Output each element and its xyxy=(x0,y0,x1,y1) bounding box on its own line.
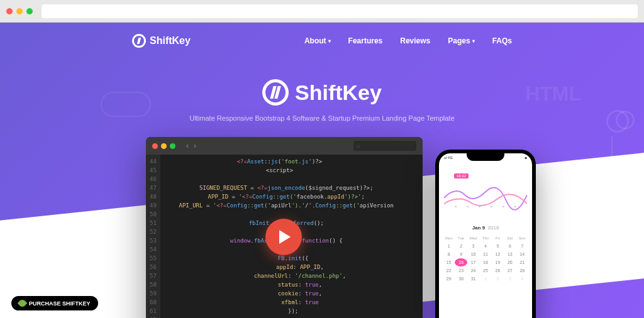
chart-value-tag: 18.32 xyxy=(454,173,469,178)
hero-content: ShiftKey Ultimate Responsive Bootstrap 4… xyxy=(0,79,644,318)
calendar-dow: Fri xyxy=(492,234,504,242)
calendar-day: 14 xyxy=(516,250,528,258)
calendar-day: 4 xyxy=(479,242,491,250)
nav-link-reviews[interactable]: Reviews xyxy=(400,36,430,45)
calendar-day: 5 xyxy=(492,242,504,250)
hero-title: ShiftKey xyxy=(295,80,382,105)
address-bar[interactable] xyxy=(42,4,638,18)
calendar-dow: Sun xyxy=(516,234,528,242)
calendar-day: 18 xyxy=(479,258,491,266)
svg-point-2 xyxy=(479,206,480,207)
editor-titlebar: ‹ › ⌕ xyxy=(146,137,423,155)
minimize-icon[interactable] xyxy=(16,8,23,14)
phone-chart: 18.32 xyxy=(444,170,527,220)
purchase-label: PURCHASE SHIFTKEY xyxy=(29,300,91,307)
maximize-icon[interactable] xyxy=(26,8,33,14)
calendar-day: 12 xyxy=(492,250,504,258)
calendar-day: 25 xyxy=(479,266,491,275)
phone-notch xyxy=(467,153,504,161)
calendar-day: 19 xyxy=(492,258,504,266)
calendar-day: 2 xyxy=(455,242,467,250)
battery-icon: ■ xyxy=(525,156,527,160)
back-icon: ‹ xyxy=(186,141,189,150)
calendar-dow: Mon xyxy=(443,234,455,242)
calendar-day: 6 xyxy=(504,242,516,250)
nav-link-about[interactable]: About▾ xyxy=(304,36,331,45)
calendar-day: 22 xyxy=(443,266,455,275)
phone-screen: ul FE ■ 18.32 Jan 9 2018 xyxy=(439,153,532,318)
browser-chrome xyxy=(0,0,644,23)
calendar-day: 31 xyxy=(467,275,479,283)
calendar-day: 8 xyxy=(443,250,455,258)
forward-icon: › xyxy=(194,141,196,150)
calendar-day: 7 xyxy=(516,242,528,250)
calendar-day: 9 xyxy=(455,250,467,258)
hero-subtitle: Ultimate Responsive Bootstrap 4 Software… xyxy=(0,114,644,122)
calendar-header: Jan 9 2018 xyxy=(439,222,532,233)
phone-mockup: ul FE ■ 18.32 Jan 9 2018 xyxy=(435,150,536,318)
calendar-day: 20 xyxy=(504,258,516,266)
logo-icon xyxy=(132,34,146,48)
navbar: ShiftKey About▾FearturesReviewsPages▾FAQ… xyxy=(0,23,644,48)
calendar-day: 17 xyxy=(467,258,479,266)
calendar-grid: MonTueWedThuFriSatSun1234567891011121314… xyxy=(439,233,532,284)
hero-section: HTML HTML JS ShiftKey About▾FearturesRev… xyxy=(0,23,644,318)
calendar-day: 11 xyxy=(479,250,491,258)
minimize-icon xyxy=(161,143,167,149)
calendar-year: 2018 xyxy=(488,225,499,231)
logo-icon xyxy=(262,79,289,106)
calendar-day: 2 xyxy=(492,275,504,283)
calendar-day: 24 xyxy=(467,266,479,275)
brand-name: ShiftKey xyxy=(150,35,191,47)
brand-logo[interactable]: ShiftKey xyxy=(132,34,191,48)
nav-link-faqs[interactable]: FAQs xyxy=(492,36,512,45)
svg-point-3 xyxy=(491,206,492,207)
calendar-dow: Wed xyxy=(467,234,479,242)
nav-links: About▾FearturesReviewsPages▾FAQs xyxy=(304,36,512,45)
calendar-day: 29 xyxy=(443,275,455,283)
calendar-day: 26 xyxy=(492,266,504,275)
calendar-day: 1 xyxy=(443,242,455,250)
calendar-day: 4 xyxy=(516,275,528,283)
chevron-down-icon: ▾ xyxy=(328,38,331,44)
search-icon: ⌕ xyxy=(357,143,360,149)
line-numbers: 4445464748495051525354555657585960616263… xyxy=(146,155,160,318)
calendar-day: 10 xyxy=(467,250,479,258)
calendar-day: 13 xyxy=(504,250,516,258)
status-left: ul FE xyxy=(444,156,453,160)
calendar-day: 21 xyxy=(516,258,528,266)
purchase-button[interactable]: PURCHASE SHIFTKEY xyxy=(11,296,98,310)
window-controls xyxy=(6,8,33,14)
calendar-day: 30 xyxy=(455,275,467,283)
calendar-dow: Tue xyxy=(455,234,467,242)
nav-link-feartures[interactable]: Feartures xyxy=(348,36,383,45)
calendar-dow: Thu xyxy=(479,234,491,242)
calendar-day: 27 xyxy=(504,266,516,275)
calendar-dow: Sat xyxy=(504,234,516,242)
nav-link-pages[interactable]: Pages▾ xyxy=(448,36,474,45)
editor-search: ⌕ xyxy=(353,141,416,151)
play-button[interactable] xyxy=(265,219,302,255)
chevron-down-icon: ▾ xyxy=(472,38,475,44)
leaf-icon xyxy=(18,299,28,309)
calendar-day: 16 xyxy=(455,258,467,266)
calendar-day: 28 xyxy=(516,266,528,275)
close-icon[interactable] xyxy=(6,8,13,14)
calendar-month: Jan 9 xyxy=(472,225,485,231)
maximize-icon xyxy=(170,143,175,149)
editor-nav-arrows: ‹ › xyxy=(186,141,196,150)
calendar-day: 3 xyxy=(504,275,516,283)
svg-point-4 xyxy=(502,206,504,207)
mockup-group: ‹ › ⌕ 4445464748495051525354555657585960… xyxy=(146,137,498,318)
close-icon xyxy=(152,143,158,149)
svg-point-0 xyxy=(455,206,457,207)
calendar-day: 23 xyxy=(455,266,467,275)
calendar-day: 1 xyxy=(479,275,491,283)
svg-point-1 xyxy=(467,206,469,207)
calendar-day: 15 xyxy=(443,258,455,266)
calendar-day: 3 xyxy=(467,242,479,250)
hero-logo: ShiftKey xyxy=(262,79,382,106)
svg-point-5 xyxy=(514,206,516,207)
